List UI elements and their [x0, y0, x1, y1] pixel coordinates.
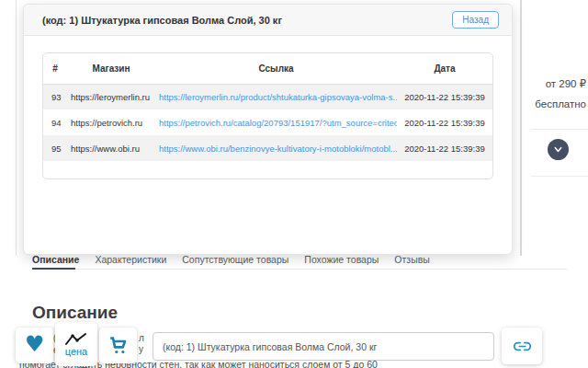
collapse-button[interactable]: [548, 139, 569, 160]
row-number: 94: [43, 109, 67, 135]
link-icon: [514, 338, 531, 355]
occluded-text-fragment: л: [139, 333, 144, 343]
store-link[interactable]: https://petrovich.ru/catalog/20793/15191…: [159, 118, 397, 128]
chart-icon: [65, 332, 87, 346]
tab-related-products[interactable]: Сопутствующие товары: [182, 254, 288, 265]
product-tabs: Описание Характеристики Сопутствующие то…: [32, 254, 430, 265]
link-cell: https://petrovich.ru/catalog/20793/15191…: [155, 109, 397, 135]
modal-header: (код: 1) Штукатурка гипсовая Волма Слой,…: [24, 5, 512, 36]
links-table: # Магазин Ссылка Дата 93 https://leroyme…: [42, 52, 493, 179]
section-heading: Описание: [32, 303, 118, 323]
table-row: 95 https://www.obi.ru https://www.obi.ru…: [43, 135, 492, 161]
table-row: 94 https://petrovich.ru https://petrovic…: [43, 109, 492, 135]
tab-characteristics[interactable]: Характеристики: [95, 254, 166, 265]
links-modal: (код: 1) Штукатурка гипсовая Волма Слой,…: [23, 4, 513, 255]
date-cell: 2020-11-22 15:39:39: [397, 109, 492, 135]
store-link[interactable]: https://www.obi.ru/benzinovye-kultivator…: [159, 144, 397, 154]
cart-icon: [108, 336, 129, 355]
link-cell: https://leroymerlin.ru/product/shtukatur…: [155, 84, 397, 109]
content-card-right-border: [520, 0, 522, 256]
column-store: Магазин: [67, 53, 155, 84]
tabs-bottom-border: [32, 269, 568, 270]
store-link[interactable]: https://leroymerlin.ru/product/shtukatur…: [159, 92, 397, 102]
tab-similar-products[interactable]: Похожие товары: [304, 254, 379, 265]
content-card-left-border: [16, 0, 17, 256]
cart-button[interactable]: [99, 328, 137, 363]
table-row: 93 https://leroymerlin.ru https://leroym…: [43, 84, 492, 109]
occluded-text-fragment: у: [139, 344, 143, 354]
back-button[interactable]: Назад: [452, 11, 499, 29]
link-cell: https://www.obi.ru/benzinovye-kultivator…: [155, 135, 397, 161]
store-cell: https://petrovich.ru: [67, 109, 155, 135]
price-chart-button[interactable]: цена: [55, 322, 97, 366]
modal-title: (код: 1) Штукатурка гипсовая Волма Слой,…: [42, 15, 452, 26]
store-cell: https://www.obi.ru: [67, 135, 155, 161]
divider: [531, 176, 588, 177]
table-header-row: # Магазин Ссылка Дата: [43, 53, 492, 84]
row-number: 95: [43, 135, 67, 161]
tab-description[interactable]: Описание: [32, 254, 79, 265]
tab-reviews[interactable]: Отзывы: [394, 254, 429, 265]
row-number: 93: [43, 84, 67, 109]
store-cell: https://leroymerlin.ru: [67, 84, 155, 109]
chevron-down-icon: [552, 144, 564, 155]
active-tab-underline: [32, 268, 75, 270]
column-date: Дата: [397, 53, 492, 84]
heart-icon: ♥: [25, 333, 45, 355]
page: от 290 ₽ бесплатно Описание Характеристи…: [0, 0, 588, 368]
copy-link-button[interactable]: [502, 328, 542, 364]
column-link: Ссылка: [155, 53, 397, 84]
favorite-button[interactable]: ♥: [16, 328, 53, 363]
date-cell: 2020-11-22 15:39:39: [397, 135, 492, 161]
divider: [531, 129, 588, 130]
column-number: #: [43, 53, 67, 84]
date-cell: 2020-11-22 15:39:39: [397, 84, 492, 109]
product-name-input[interactable]: [153, 332, 494, 361]
price-chart-label: цена: [65, 347, 88, 357]
